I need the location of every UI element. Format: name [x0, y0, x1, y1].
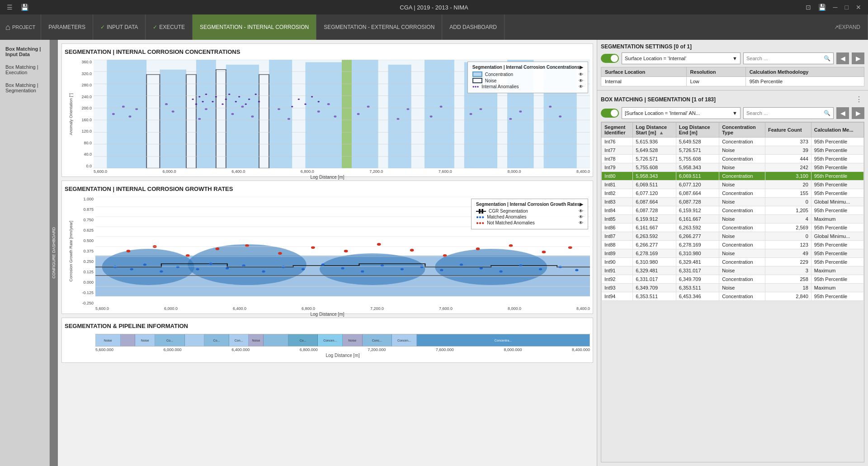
bm-controls: [Surface Location = 'Internal' AN... ▼ 🔍… [601, 107, 864, 119]
svg-point-52 [215, 96, 217, 97]
nav-add-dashboard[interactable]: ADD DASHBOARD [442, 14, 505, 40]
svg-point-80 [320, 253, 425, 285]
svg-point-48 [198, 96, 200, 97]
menu-icon[interactable]: ☰ [5, 3, 15, 12]
cell-calc: Global Minimu... [811, 232, 863, 241]
maximize-icon[interactable]: □ [843, 3, 851, 12]
bm-next-button[interactable]: ▶ [852, 107, 864, 119]
svg-point-25 [205, 108, 208, 110]
save2-icon[interactable]: 💾 [816, 3, 828, 12]
nav-input-data[interactable]: ✓ INPUT DATA [93, 14, 146, 40]
table-row[interactable]: Int93 6,349.709 6,353.511 Noise 18 Maxim… [602, 284, 864, 292]
legend-item-matched: ●●● Matched Anomalies 👁 [476, 214, 583, 219]
bm-toggle[interactable] [601, 109, 619, 118]
table-row[interactable]: Int77 5,649.528 5,726.571 Noise 39 95th … [602, 146, 864, 155]
cell-end: 6,331.017 [676, 266, 719, 275]
box-matching-section: BOX MATCHING | SEGMENTATION [1 of 183] ⋮… [597, 90, 868, 466]
bm-search-box[interactable]: 🔍 [743, 107, 834, 119]
sidebar-link-box-matching-execution[interactable]: Box Matching | Execution [2, 62, 47, 78]
table-row[interactable]: Int76 5,615.936 5,649.528 Concentration … [602, 138, 864, 146]
concentrations-legend: Segmentation | Internal Corrosion Concen… [467, 62, 588, 93]
table-row[interactable]: Int79 5,755.608 5,958.343 Noise 242 95th… [602, 163, 864, 172]
cell-count: 373 [765, 138, 811, 146]
bm-dropdown[interactable]: [Surface Location = 'Internal' AN... ▼ [622, 107, 741, 119]
table-row[interactable]: Int81 6,069.511 6,077.120 Noise 20 95th … [602, 181, 864, 189]
cell-type: Noise [719, 146, 765, 155]
svg-point-19 [122, 105, 125, 107]
table-row[interactable]: Int84 6,087.728 6,159.912 Concentration … [602, 206, 864, 215]
screenshot-icon[interactable]: ⊡ [803, 3, 813, 12]
cell-end: 6,349.709 [676, 275, 719, 284]
settings-toggle[interactable] [601, 54, 619, 63]
table-row[interactable]: Int86 6,161.667 6,263.592 Concentration … [602, 223, 864, 232]
table-row[interactable]: Int94 6,353.511 6,453.346 Concentration … [602, 292, 864, 301]
pipeline-xaxis: 5,600.000 6,000.000 6,400.000 6,800.000 … [95, 347, 590, 352]
settings-dropdown[interactable]: Surface Location = 'Internal' ▼ [622, 52, 741, 64]
cell-calc: 95th Percentile [811, 206, 863, 215]
more-options-button[interactable]: ⋮ [854, 94, 864, 105]
bm-prev-button[interactable]: ◀ [836, 107, 849, 119]
table-row[interactable]: Int89 6,278.169 6,310.980 Noise 49 95th … [602, 249, 864, 258]
bm-search-input[interactable] [746, 110, 824, 116]
svg-point-42 [509, 118, 512, 120]
nav-seg-internal[interactable]: SEGMENTATION - INTERNAL CORROSION [193, 14, 316, 40]
settings-table: Surface Location Resolution Calculation … [601, 67, 864, 86]
table-row[interactable]: Int85 6,159.912 6,161.667 Noise 4 Maximu… [602, 215, 864, 223]
table-row[interactable]: Int83 6,087.664 6,087.728 Noise 0 Global… [602, 198, 864, 206]
table-row[interactable]: Int91 6,329.481 6,331.017 Noise 3 Maximu… [602, 266, 864, 275]
nav-execute-label: EXECUTE [159, 24, 185, 30]
settings-prev-button[interactable]: ◀ [836, 52, 849, 64]
cell-end: 5,958.343 [676, 163, 719, 172]
table-row[interactable]: Int82 6,077.120 6,087.664 Concentration … [602, 189, 864, 198]
expand-button[interactable]: ↗ EXPAND [827, 14, 868, 40]
concentration-eye[interactable]: 👁 [579, 72, 583, 77]
close-icon[interactable]: ✕ [854, 3, 863, 12]
cell-seg-id: Int80 [602, 172, 633, 181]
col-conc-type: ConcentrationType [719, 123, 765, 138]
svg-point-90 [377, 243, 381, 246]
table-row[interactable]: Int87 6,263.592 6,266.277 Noise 0 Global… [602, 232, 864, 241]
left-sidebar: Box Matching | Input Data Box Matching |… [0, 40, 50, 466]
cell-end: 6,453.346 [676, 292, 719, 301]
table-row[interactable]: Int88 6,266.277 6,278.169 Concentration … [602, 241, 864, 249]
settings-next-button[interactable]: ▶ [852, 52, 864, 64]
noise-eye[interactable]: 👁 [579, 78, 583, 83]
cell-type: Concentration [719, 155, 765, 163]
svg-point-85 [215, 247, 219, 250]
table-row[interactable]: Int78 5,726.571 5,755.608 Concentration … [602, 155, 864, 163]
svg-point-95 [542, 251, 546, 253]
legend-item-not-matched: ●●● Not Matched Anomalies 👁 [476, 220, 583, 225]
title-bar-left: ☰ 💾 [5, 3, 31, 12]
settings-search-box[interactable]: 🔍 [743, 52, 834, 64]
nav-seg-external[interactable]: SEGMENTATION - EXTERNAL CORROSION [316, 14, 442, 40]
svg-point-117 [480, 267, 483, 270]
table-row[interactable]: Int90 6,310.980 6,329.481 Concentration … [602, 258, 864, 266]
title-bar-right: ⊡ 💾 ─ □ ✕ [803, 3, 863, 12]
cell-end: 6,159.912 [676, 206, 719, 215]
settings-search-input[interactable] [746, 56, 824, 61]
matched-eye[interactable]: 👁 [579, 214, 583, 219]
sidebar-link-box-matching-input[interactable]: Box Matching | Input Data [2, 43, 47, 60]
sidebar-item-project[interactable]: ⌂ PROJECT [0, 14, 41, 40]
nav-execute[interactable]: ✓ EXECUTE [146, 14, 193, 40]
nav-parameters[interactable]: PARAMETERS [41, 14, 93, 40]
save-icon[interactable]: 💾 [19, 3, 31, 12]
concentrations-y-label: Anomaly Orientation [°] [69, 93, 73, 135]
cgr-eye[interactable]: 👁 [579, 209, 583, 214]
matched-label: Matched Anomalies [487, 214, 526, 219]
svg-point-103 [209, 263, 212, 265]
sidebar-link-box-matching-segmentation[interactable]: Box Matching | Segmentation [2, 80, 47, 96]
table-row[interactable]: Int80 5,958.343 6,069.511 Concentration … [602, 172, 864, 181]
cgr-symbol [476, 211, 486, 212]
svg-point-62 [291, 106, 293, 107]
anomaly-eye[interactable]: 👁 [579, 84, 583, 89]
nav-seg-external-label: SEGMENTATION - EXTERNAL CORROSION [324, 24, 434, 30]
svg-point-114 [420, 266, 423, 268]
cell-type: Noise [719, 215, 765, 223]
table-row[interactable]: Int92 6,331.017 6,349.709 Concentration … [602, 275, 864, 284]
not-matched-eye[interactable]: 👁 [579, 220, 583, 225]
minimize-icon[interactable]: ─ [831, 3, 840, 12]
configure-dashboard-tab[interactable]: CONFIGURE DASHBOARD [50, 40, 58, 466]
cell-calc: 95th Percentile [811, 155, 863, 163]
svg-point-40 [470, 113, 472, 115]
